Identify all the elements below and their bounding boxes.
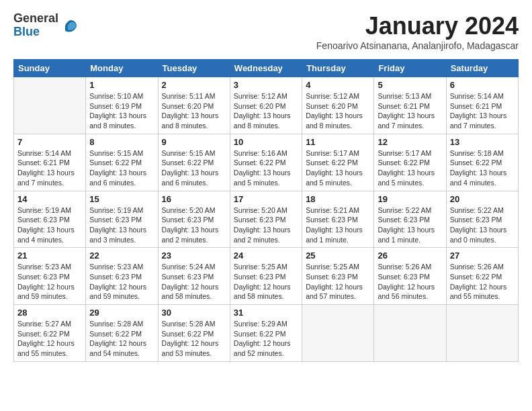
day-info-line: Sunset: 6:23 PM	[234, 216, 286, 224]
day-info-line: Daylight: 12 hours	[17, 339, 75, 347]
calendar-cell: 29Sunrise: 5:28 AMSunset: 6:22 PMDayligh…	[86, 305, 158, 362]
col-friday: Friday	[374, 60, 446, 77]
day-info: Sunrise: 5:23 AMSunset: 6:23 PMDaylight:…	[89, 262, 154, 302]
day-number: 4	[306, 80, 370, 90]
calendar-cell: 21Sunrise: 5:23 AMSunset: 6:23 PMDayligh…	[14, 248, 86, 305]
day-info-line: Sunrise: 5:22 AM	[378, 206, 431, 214]
col-tuesday: Tuesday	[158, 60, 230, 77]
day-info: Sunrise: 5:24 AMSunset: 6:23 PMDaylight:…	[162, 262, 226, 302]
day-info: Sunrise: 5:17 AMSunset: 6:22 PMDaylight:…	[306, 148, 370, 188]
day-info-line: Daylight: 13 hours	[89, 111, 146, 120]
day-info-line: Sunset: 6:20 PM	[234, 102, 286, 110]
day-info-line: Sunrise: 5:12 AM	[306, 92, 359, 100]
day-info-line: and 5 minutes.	[234, 179, 280, 187]
calendar-cell	[446, 305, 518, 362]
day-number: 16	[162, 194, 226, 204]
day-info-line: Sunset: 6:23 PM	[17, 216, 70, 224]
day-info-line: Sunrise: 5:19 AM	[89, 206, 143, 214]
day-info: Sunrise: 5:22 AMSunset: 6:23 PMDaylight:…	[378, 205, 442, 245]
calendar-cell: 26Sunrise: 5:26 AMSunset: 6:23 PMDayligh…	[374, 248, 446, 305]
calendar-cell: 4Sunrise: 5:12 AMSunset: 6:20 PMDaylight…	[302, 77, 374, 134]
day-info-line: Sunrise: 5:23 AM	[17, 263, 71, 271]
day-info-line: Sunset: 6:22 PM	[234, 330, 286, 338]
day-info-line: Sunset: 6:21 PM	[378, 102, 430, 110]
day-info-line: and 1 minute.	[378, 236, 420, 244]
day-number: 2	[162, 80, 226, 90]
calendar-week-row: 14Sunrise: 5:19 AMSunset: 6:23 PMDayligh…	[14, 191, 519, 248]
day-info: Sunrise: 5:17 AMSunset: 6:22 PMDaylight:…	[378, 148, 442, 188]
day-info-line: Sunset: 6:21 PM	[17, 158, 70, 167]
calendar-cell: 18Sunrise: 5:21 AMSunset: 6:23 PMDayligh…	[302, 191, 374, 248]
day-info: Sunrise: 5:13 AMSunset: 6:21 PMDaylight:…	[378, 91, 442, 131]
calendar-cell: 10Sunrise: 5:16 AMSunset: 6:22 PMDayligh…	[230, 134, 302, 191]
day-info-line: and 58 minutes.	[234, 292, 284, 300]
day-info-line: Daylight: 13 hours	[162, 169, 219, 177]
day-info-line: Sunrise: 5:22 AM	[450, 206, 504, 214]
day-info: Sunrise: 5:25 AMSunset: 6:23 PMDaylight:…	[234, 262, 298, 302]
day-info-line: and 5 minutes.	[378, 179, 424, 187]
day-info-line: Sunrise: 5:17 AM	[306, 149, 359, 157]
day-info-line: Sunrise: 5:26 AM	[450, 263, 504, 271]
day-info-line: Sunrise: 5:10 AM	[89, 92, 143, 100]
day-info: Sunrise: 5:11 AMSunset: 6:20 PMDaylight:…	[162, 91, 226, 131]
day-info-line: Sunset: 6:22 PM	[89, 330, 142, 338]
day-info-line: Sunrise: 5:26 AM	[378, 263, 431, 271]
day-number: 7	[17, 137, 82, 147]
day-info-line: Sunrise: 5:25 AM	[306, 263, 359, 271]
day-info-line: and 6 minutes.	[89, 179, 136, 187]
logo: General Blue	[13, 12, 79, 39]
day-info-line: Sunset: 6:23 PM	[378, 216, 430, 224]
day-info-line: Daylight: 13 hours	[306, 169, 363, 177]
day-info: Sunrise: 5:27 AMSunset: 6:22 PMDaylight:…	[17, 319, 82, 359]
day-info-line: and 4 minutes.	[450, 179, 496, 187]
day-info: Sunrise: 5:16 AMSunset: 6:22 PMDaylight:…	[234, 148, 298, 188]
day-info-line: Sunrise: 5:20 AM	[234, 206, 287, 214]
calendar-cell: 8Sunrise: 5:15 AMSunset: 6:22 PMDaylight…	[86, 134, 158, 191]
day-info-line: and 8 minutes.	[162, 122, 208, 130]
calendar-week-row: 21Sunrise: 5:23 AMSunset: 6:23 PMDayligh…	[14, 248, 519, 305]
day-number: 18	[306, 194, 370, 204]
day-info-line: Sunrise: 5:21 AM	[306, 206, 359, 214]
day-number: 15	[89, 194, 154, 204]
calendar-table: Sunday Monday Tuesday Wednesday Thursday…	[13, 59, 519, 362]
day-info: Sunrise: 5:29 AMSunset: 6:22 PMDaylight:…	[234, 319, 298, 359]
day-info: Sunrise: 5:14 AMSunset: 6:21 PMDaylight:…	[17, 148, 82, 188]
day-info-line: Sunset: 6:23 PM	[89, 216, 142, 224]
calendar-cell: 19Sunrise: 5:22 AMSunset: 6:23 PMDayligh…	[374, 191, 446, 248]
day-info-line: Sunset: 6:22 PM	[162, 330, 214, 338]
day-info-line: Daylight: 13 hours	[17, 169, 75, 177]
day-info: Sunrise: 5:15 AMSunset: 6:22 PMDaylight:…	[89, 148, 154, 188]
day-info: Sunrise: 5:15 AMSunset: 6:22 PMDaylight:…	[162, 148, 226, 188]
calendar-week-row: 7Sunrise: 5:14 AMSunset: 6:21 PMDaylight…	[14, 134, 519, 191]
day-info-line: Daylight: 13 hours	[234, 111, 291, 120]
day-info-line: Sunset: 6:22 PM	[450, 158, 502, 167]
calendar-cell: 17Sunrise: 5:20 AMSunset: 6:23 PMDayligh…	[230, 191, 302, 248]
day-info-line: Daylight: 12 hours	[17, 283, 75, 291]
calendar-cell: 22Sunrise: 5:23 AMSunset: 6:23 PMDayligh…	[86, 248, 158, 305]
day-info: Sunrise: 5:28 AMSunset: 6:22 PMDaylight:…	[89, 319, 154, 359]
day-info-line: and 59 minutes.	[89, 292, 140, 300]
day-number: 30	[162, 308, 226, 318]
subtitle: Fenoarivo Atsinanana, Analanjirofo, Mada…	[316, 40, 519, 51]
day-info-line: and 7 minutes.	[378, 122, 424, 130]
calendar-cell: 1Sunrise: 5:10 AMSunset: 6:19 PMDaylight…	[86, 77, 158, 134]
day-info-line: Sunrise: 5:20 AM	[162, 206, 216, 214]
day-info-line: and 59 minutes.	[17, 292, 68, 300]
day-info-line: Sunset: 6:22 PM	[306, 158, 358, 167]
day-info-line: Daylight: 13 hours	[234, 169, 291, 177]
day-info: Sunrise: 5:20 AMSunset: 6:23 PMDaylight:…	[234, 205, 298, 245]
day-number: 14	[17, 194, 82, 204]
calendar-cell: 23Sunrise: 5:24 AMSunset: 6:23 PMDayligh…	[158, 248, 230, 305]
day-number: 10	[234, 137, 298, 147]
day-info-line: Sunrise: 5:17 AM	[378, 149, 431, 157]
calendar-cell: 12Sunrise: 5:17 AMSunset: 6:22 PMDayligh…	[374, 134, 446, 191]
day-number: 1	[89, 80, 154, 90]
calendar-cell: 13Sunrise: 5:18 AMSunset: 6:22 PMDayligh…	[446, 134, 518, 191]
day-info: Sunrise: 5:22 AMSunset: 6:23 PMDaylight:…	[450, 205, 515, 245]
calendar-week-row: 1Sunrise: 5:10 AMSunset: 6:19 PMDaylight…	[14, 77, 519, 134]
calendar-cell: 31Sunrise: 5:29 AMSunset: 6:22 PMDayligh…	[230, 305, 302, 362]
day-info-line: and 57 minutes.	[306, 292, 356, 300]
day-info-line: Daylight: 13 hours	[306, 111, 363, 120]
day-number: 27	[450, 250, 515, 261]
page: General Blue January 2024 Fenoarivo Atsi…	[0, 0, 532, 369]
